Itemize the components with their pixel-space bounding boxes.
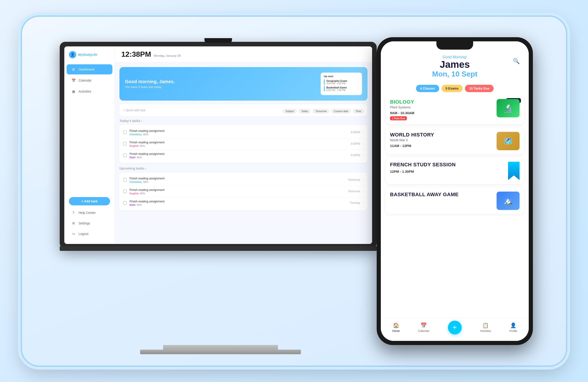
filter-time[interactable]: Time <box>353 109 364 113</box>
table-row: Finish reading assignment English 80% 4:… <box>119 138 368 150</box>
nav-item-home[interactable]: 🏠 Home <box>392 322 400 333</box>
filter-custom-date[interactable]: Custom date <box>331 109 351 113</box>
upcoming-tasks-heading: Upcoming tasks › <box>119 167 368 170</box>
chevron-right-icon: › <box>141 119 142 123</box>
welcome-card: Good morning, James. You have 3 tasks du… <box>119 67 368 101</box>
activities-icon: 📋 <box>482 322 488 328</box>
nav-item-profile[interactable]: 👤 Profile <box>509 322 517 333</box>
calendar-icon: 📅 <box>420 322 427 328</box>
task-info-4: Finish reading assignment Chemistry 80% <box>129 177 345 183</box>
laptop-sidebar: 👤 MyStudyLife ⊞ Dashboard 📅 Calendar <box>64 46 115 244</box>
sidebar-item-calendar[interactable]: 📅 Calendar <box>67 75 112 85</box>
sidebar-logo: 👤 MyStudyLife <box>64 51 115 64</box>
upcoming-tasks-list: Finish reading assignment Chemistry 80% … <box>119 172 368 211</box>
outer-frame: 👤 MyStudyLife ⊞ Dashboard 📅 Calendar <box>21 15 567 367</box>
up-next-card: Up next Geography Exam 4:00 PM - 5:00 PM… <box>321 73 362 95</box>
task-checkbox-1[interactable] <box>123 130 127 134</box>
task-info-3: Finish reading assignment Math 80% <box>129 152 348 159</box>
laptop-header: 12:38PM Monday, January 29 <box>115 46 372 63</box>
task-tags-1: Chemistry 80% <box>129 133 348 136</box>
task-checkbox-4[interactable] <box>123 178 127 182</box>
filter-subject[interactable]: Subject <box>283 109 297 113</box>
task-subject-4: Chemistry <box>129 181 142 183</box>
welcome-subtitle: You have 3 tasks due today. <box>125 85 175 89</box>
current-date: Monday, January 29 <box>154 54 181 57</box>
task-info-1: Finish reading assignment Chemistry 80% <box>129 129 348 136</box>
task-time-3: 6:00PM <box>351 154 360 157</box>
class-card-header-french: French study session 12PM - 1.30PM <box>390 162 520 180</box>
class-card-header-basketball: Basketball away game 🏔️ <box>390 191 520 210</box>
class-subject-history: World War II <box>390 138 434 142</box>
filter-bar: Subject Today Tomorrow Custom date Time <box>283 109 364 113</box>
event-item-2: Basketball Game 6:00 PM - 7:00 PM <box>324 86 359 91</box>
tasks-badge[interactable]: 10 Tasks Due <box>465 85 493 92</box>
task-time-1: 3:00PM <box>351 131 360 134</box>
laptop: 👤 MyStudyLife ⊞ Dashboard 📅 Calendar <box>60 42 381 336</box>
task-name-3: Finish reading assignment <box>129 152 348 155</box>
class-card-biology[interactable]: Up Next BIOLOGY Plant Systems 9AM - 10.3… <box>385 95 524 125</box>
phone-bottom-nav: 🏠 Home 📅 Calendar + 📋 Activities 👤 P <box>381 318 529 341</box>
phone-name: James <box>387 59 522 70</box>
task-progress-4: 80% <box>143 181 148 183</box>
classes-label: 4 Classes <box>420 86 435 90</box>
nav-label-activities: Activities <box>79 90 91 93</box>
logout-icon: ↪ <box>71 232 76 236</box>
home-icon: 🏠 <box>393 322 399 328</box>
task-checkbox-5[interactable] <box>123 190 127 193</box>
filter-tomorrow[interactable]: Tomorrow <box>313 109 329 113</box>
nav-item-calendar[interactable]: 📅 Calendar <box>418 322 430 333</box>
exams-badge[interactable]: 5 Exams <box>441 85 463 92</box>
task-checkbox-2[interactable] <box>123 142 127 146</box>
class-info-biology: BIOLOGY Plant Systems 9AM - 10.30AM 1 Ta… <box>390 99 414 120</box>
add-button[interactable]: + <box>448 321 462 335</box>
class-time-history: 11AM - 12PM <box>390 144 434 148</box>
task-due-4: Tomorrow <box>348 178 360 181</box>
nav-item-activities[interactable]: 📋 Activities <box>480 322 491 333</box>
table-row: Finish reading assignment Math 80% 6:00P… <box>119 150 368 161</box>
class-card-basketball[interactable]: Basketball away game 🏔️ <box>385 188 524 214</box>
sidebar-item-help[interactable]: ? Help Center <box>67 208 112 218</box>
class-card-french[interactable]: French study session 12PM - 1.30PM <box>385 158 524 184</box>
task-subject-6: Math <box>129 204 136 206</box>
class-name-french: French study session <box>390 162 456 168</box>
laptop-content: Good morning, James. You have 3 tasks du… <box>115 63 372 244</box>
task-progress-2: 80% <box>140 145 145 147</box>
class-name-basketball: Basketball away game <box>390 191 459 197</box>
scene-container: 👤 MyStudyLife ⊞ Dashboard 📅 Calendar <box>41 33 547 350</box>
sidebar-item-dashboard[interactable]: ⊞ Dashboard <box>67 64 112 74</box>
add-task-button[interactable]: + Add task <box>69 197 110 205</box>
class-info-history: WORLD HISTORY World War II 11AM - 12PM <box>390 132 434 148</box>
sidebar-bottom: + Add task ? Help Center ⚙ Settings ↪ <box>64 195 115 239</box>
filter-today[interactable]: Today <box>299 109 311 113</box>
quick-add-placeholder[interactable]: + Quick add task <box>123 108 280 112</box>
task-info-6: Finish reading assignment Math 80% <box>129 200 347 206</box>
sidebar-item-activities[interactable]: ▦ Activities <box>67 86 112 96</box>
task-arrow-6: › <box>363 201 364 204</box>
classes-badge[interactable]: 4 Classes <box>416 85 439 92</box>
chevron-right-icon-2: › <box>145 167 146 170</box>
event-item-1: Geography Exam 4:00 PM - 5:00 PM <box>324 80 359 85</box>
class-card-history[interactable]: WORLD HISTORY World War II 11AM - 12PM 🗺… <box>385 128 524 154</box>
class-time-french: 12PM - 1.30PM <box>390 170 456 173</box>
todays-tasks-heading: Today's tasks › <box>119 119 368 123</box>
task-info-5: Finish reading assignment English 80% <box>129 188 345 195</box>
activities-label: Activities <box>480 329 491 333</box>
sidebar-item-settings[interactable]: ⚙ Settings <box>67 218 112 228</box>
event-time-1: 4:00 PM - 5:00 PM <box>326 82 359 85</box>
profile-icon: 👤 <box>510 322 516 328</box>
laptop-hinge <box>60 246 377 251</box>
logo-icon: 👤 <box>69 51 76 58</box>
up-next-label: Up next <box>324 75 359 78</box>
phone-date: Mon, 10 Sept <box>387 70 522 78</box>
search-icon[interactable]: 🔍 <box>512 57 521 65</box>
laptop-notch <box>204 38 232 43</box>
task-checkbox-3[interactable] <box>123 153 127 157</box>
task-subject-3: Math <box>129 156 136 159</box>
task-due-5: Tomorrow <box>348 190 360 193</box>
task-checkbox-6[interactable] <box>123 201 127 205</box>
logo-text: MyStudyLife <box>78 53 97 57</box>
class-subject-biology: Plant Systems <box>390 106 414 109</box>
task-tags-6: Math 80% <box>129 204 347 206</box>
task-progress-5: 80% <box>140 192 145 195</box>
sidebar-item-logout[interactable]: ↪ Logout <box>67 229 112 239</box>
